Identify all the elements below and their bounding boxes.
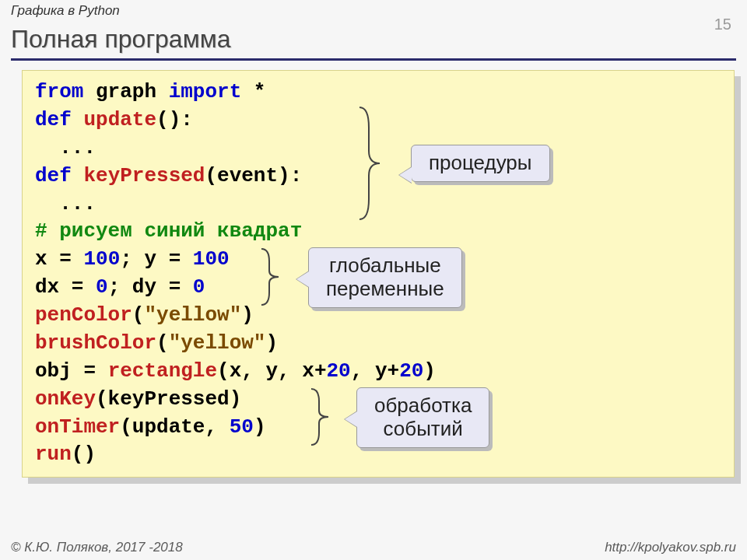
footer-url: http://kpolyakov.spb.ru xyxy=(605,540,736,555)
footer: © К.Ю. Поляков, 2017 -2018 http://kpolya… xyxy=(0,540,747,555)
page-number: 15 xyxy=(714,16,731,33)
slide-topic: Графика в Python xyxy=(0,0,747,20)
code-area: from graph import * def update(): ... de… xyxy=(22,70,735,478)
callout-procedures: процедуры xyxy=(411,145,550,182)
callout-globals: глобальные переменные xyxy=(308,247,462,308)
callout-handlers: обработка событий xyxy=(356,387,489,448)
footer-copyright: © К.Ю. Поляков, 2017 -2018 xyxy=(11,540,183,555)
slide-title: Полная программа xyxy=(0,20,747,55)
title-divider xyxy=(11,58,736,61)
